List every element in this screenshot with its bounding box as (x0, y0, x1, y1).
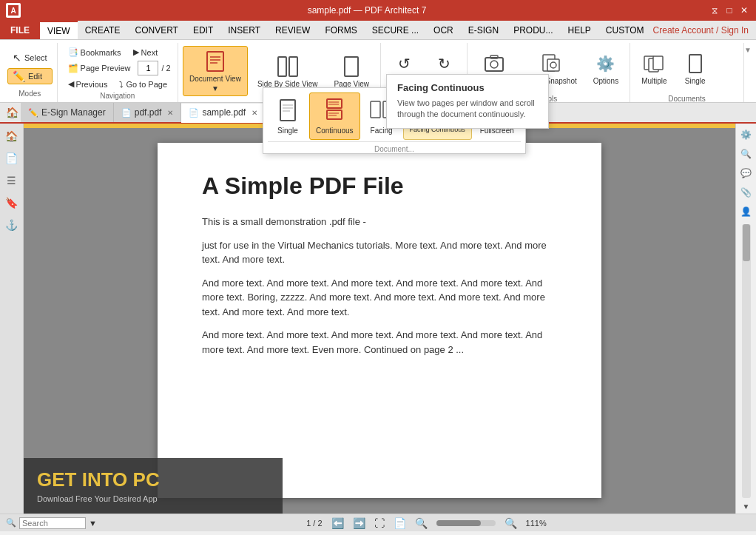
scrollbar-track[interactable] (742, 224, 751, 498)
page-total: / 2 (161, 64, 170, 73)
zoom-thumb (436, 520, 481, 526)
page-number-input[interactable] (138, 61, 158, 75)
watermark: GET INTO PC Download Free Your Desired A… (24, 458, 283, 514)
sample-tab-close[interactable]: ✕ (252, 109, 257, 117)
tooltip-text: View two pages per window and scroll thr… (397, 98, 538, 121)
scroll-down-btn[interactable]: ▼ (743, 502, 750, 511)
nav-row-prev: ◀ Previous ⤵ Go to Page (64, 78, 172, 90)
pdf-title: A Simple PDF File (202, 172, 557, 200)
multiple-docs-button[interactable]: Multiple (635, 46, 673, 90)
menu-forms[interactable]: FORMS (317, 21, 364, 39)
documents-label: Documents (635, 93, 739, 104)
right-search-btn[interactable]: 🔍 (738, 146, 755, 162)
nav-row-page: 🗂️ Page Preview / 2 (64, 61, 172, 75)
edit-mode-button[interactable]: ✏️ Edit (7, 68, 53, 84)
sidebar-page-btn[interactable]: 📄 (2, 149, 21, 168)
tab-sample[interactable]: 📄 sample.pdf ✕ (181, 104, 266, 123)
snapshot-icon (482, 52, 506, 75)
document-view-icon (203, 50, 227, 73)
single-doc-icon (684, 52, 707, 75)
search-input[interactable] (19, 517, 86, 529)
menu-ocr[interactable]: OCR (426, 21, 461, 39)
bookmarks-button[interactable]: 📑 Bookmarks (64, 46, 126, 58)
right-attach-btn[interactable]: 📎 (738, 184, 755, 201)
menu-bar: FILE VIEW CREATE CONVERT EDIT INSERT REV… (0, 21, 756, 40)
pdf1-tab-close[interactable]: ✕ (167, 109, 173, 117)
single-doc-button[interactable]: Single (677, 46, 714, 90)
svg-rect-29 (371, 101, 380, 118)
previous-button[interactable]: ◀ Previous (64, 78, 112, 90)
zoom-in-icon[interactable]: 🔍 (504, 517, 517, 529)
right-tools-btn[interactable]: ⚙️ (738, 127, 755, 143)
svg-point-10 (490, 61, 498, 68)
sidebar-home-btn[interactable]: 🏠 (2, 127, 21, 146)
menu-custom[interactable]: CUSTOM (598, 21, 652, 39)
scrollbar-thumb[interactable] (743, 224, 750, 261)
ribbon-expand-icon[interactable]: ▼ (744, 46, 752, 54)
signin-link[interactable]: Create Account / Sign In (653, 25, 756, 36)
select-mode-button[interactable]: ↖ Select (7, 50, 53, 66)
fit-window-icon[interactable]: ⛶ (374, 517, 385, 529)
goto-page-button[interactable]: ⤵ Go to Page (115, 78, 172, 90)
bookmarks-icon: 📑 (68, 47, 78, 57)
side-by-side-icon (276, 55, 300, 78)
svg-rect-18 (689, 55, 701, 73)
menu-help[interactable]: HELP (560, 21, 598, 39)
nav-items: 📑 Bookmarks ▶ Next 🗂️ Page Preview / 2 (64, 46, 172, 90)
menu-convert[interactable]: CONVERT (127, 21, 185, 39)
close-button[interactable]: ✕ (738, 4, 750, 16)
options-button[interactable]: ⚙️ Options (587, 46, 625, 90)
nav-left-icon[interactable]: ⬅️ (331, 517, 344, 529)
menu-insert[interactable]: INSERT (220, 21, 268, 39)
sidebar-bookmark-btn[interactable]: 🔖 (2, 193, 21, 212)
menu-file[interactable]: FILE (0, 21, 40, 39)
menu-view[interactable]: VIEW (40, 21, 78, 39)
side-by-side-button[interactable]: Side By Side View (251, 49, 325, 93)
right-comment-btn[interactable]: 💬 (738, 165, 755, 181)
maximize-button[interactable]: □ (723, 4, 735, 16)
svg-rect-24 (327, 110, 342, 119)
tab-pdf1[interactable]: 📄 pdf.pdf ✕ (114, 103, 182, 122)
main-area: 🏠 📄 ☰ 🔖 ⚓ A Simple PDF File This is a sm… (0, 124, 756, 514)
svg-rect-23 (327, 99, 342, 108)
fit-page-icon[interactable]: 📄 (394, 517, 406, 529)
menu-secure[interactable]: SECURE ... (365, 21, 426, 39)
nav-right-icon[interactable]: ➡️ (353, 517, 365, 529)
nav-row-bookmarks: 📑 Bookmarks ▶ Next (64, 46, 172, 58)
page-view-button[interactable]: Page View (327, 49, 376, 93)
pdf1-tab-icon: 📄 (121, 108, 132, 118)
home-tab[interactable]: 🏠 (3, 104, 21, 121)
next-button[interactable]: ▶ Next (129, 46, 163, 58)
multiple-docs-icon (642, 52, 666, 75)
sidebar-anchor-btn[interactable]: ⚓ (2, 215, 21, 235)
document-view-button[interactable]: Document View ▼ (183, 46, 248, 96)
page-preview-button[interactable]: 🗂️ Page Preview (64, 62, 135, 75)
svg-rect-2 (207, 52, 223, 71)
esign-tab-icon: ✏️ (28, 108, 38, 118)
svg-text:A: A (10, 7, 16, 15)
zoom-level: 111% (526, 519, 547, 528)
pdf-viewer[interactable]: A Simple PDF File This is a small demons… (24, 124, 735, 514)
rotate-left-icon: ↺ (392, 52, 416, 75)
left-sidebar: 🏠 📄 ☰ 🔖 ⚓ (0, 124, 24, 514)
goto-icon: ⤵ (119, 80, 124, 89)
right-user-btn[interactable]: 👤 (738, 203, 755, 220)
docview-continuous-button[interactable]: Continuous (309, 92, 360, 140)
sidebar-layers-btn[interactable]: ☰ (2, 171, 21, 190)
navigation-label: Navigation (64, 90, 172, 101)
pdf1-tab-label: pdf.pdf (135, 107, 162, 118)
menu-create[interactable]: CREATE (78, 21, 128, 39)
docview-single-button[interactable]: Single (268, 92, 308, 140)
menu-produ[interactable]: PRODU... (506, 21, 560, 39)
search-dropdown-icon[interactable]: ▼ (89, 519, 97, 528)
svg-rect-6 (278, 57, 286, 76)
zoom-out-icon[interactable]: 🔍 (415, 517, 428, 529)
zoom-slider[interactable] (436, 520, 496, 526)
menu-review[interactable]: REVIEW (268, 21, 317, 39)
tab-esign[interactable]: ✏️ E-Sign Manager (21, 103, 114, 122)
modes-label: Modes (7, 88, 53, 99)
menu-edit[interactable]: EDIT (186, 21, 220, 39)
menu-esign[interactable]: E-SIGN (461, 21, 506, 39)
minimize-button[interactable]: ⧖ (709, 4, 720, 16)
tooltip-box: Facing Continuous View two pages per win… (386, 74, 549, 129)
